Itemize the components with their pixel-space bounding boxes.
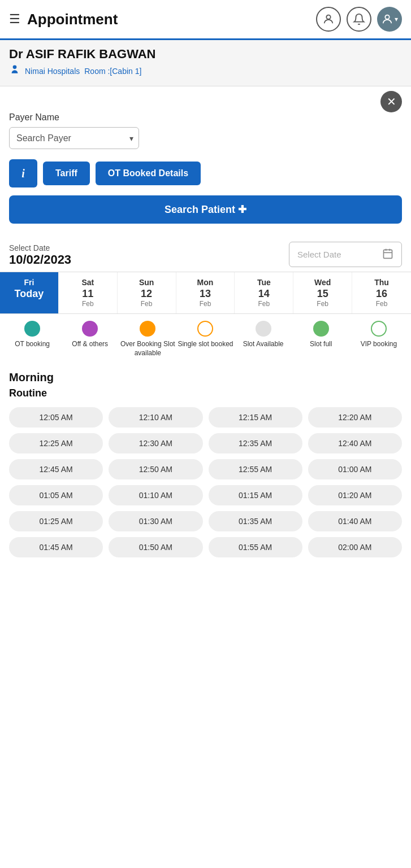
- action-buttons-row: i Tariff OT Booked Details: [9, 159, 402, 187]
- cal-day-month: Feb: [61, 300, 115, 308]
- time-slot-22[interactable]: 01:55 AM: [209, 537, 302, 557]
- time-slot-1[interactable]: 12:10 AM: [109, 407, 202, 428]
- select-date-label: Select Date: [9, 243, 71, 252]
- date-left: Select Date 10/02/2023: [9, 243, 71, 267]
- date-section: Select Date 10/02/2023 Select Date: [0, 233, 411, 272]
- date-picker-placeholder: Select Date: [297, 250, 341, 259]
- legend-item-1: Off & others: [62, 321, 118, 349]
- time-slot-8[interactable]: 12:45 AM: [9, 459, 103, 479]
- time-slot-23[interactable]: 02:00 AM: [308, 537, 402, 557]
- header-icons: ▾: [316, 7, 402, 32]
- legend-dot-6: [371, 321, 387, 337]
- ot-booked-button[interactable]: OT Booked Details: [96, 162, 201, 185]
- cal-day-name: Tue: [237, 278, 291, 287]
- legend-item-5: Slot full: [293, 321, 349, 349]
- close-button[interactable]: ✕: [380, 91, 402, 112]
- user-icon-button[interactable]: [316, 7, 341, 32]
- doctor-icon: [9, 64, 20, 78]
- legend-dot-1: [82, 321, 98, 337]
- time-slot-20[interactable]: 01:45 AM: [9, 537, 103, 557]
- time-slot-6[interactable]: 12:35 AM: [209, 433, 302, 453]
- legend-text-0: OT booking: [15, 340, 50, 349]
- payer-select[interactable]: Search Payer: [9, 127, 139, 149]
- legend-text-3: Single slot booked: [178, 340, 233, 349]
- doctor-details: Nimai Hospitals Room :[Cabin 1]: [9, 64, 402, 78]
- time-slot-13[interactable]: 01:10 AM: [109, 485, 202, 505]
- time-slot-3[interactable]: 12:20 AM: [308, 407, 402, 428]
- legend-text-5: Slot full: [310, 340, 332, 349]
- svg-rect-3: [384, 250, 392, 258]
- morning-section-title: Morning: [0, 364, 411, 386]
- cal-day-name: Thu: [354, 278, 409, 287]
- payer-label: Payer Name: [9, 112, 402, 123]
- payer-select-wrapper: Search Payer ▾: [9, 127, 139, 149]
- time-slot-5[interactable]: 12:30 AM: [109, 433, 202, 453]
- legend-text-1: Off & others: [72, 340, 108, 349]
- routine-section-title: Routine: [0, 386, 411, 402]
- time-slot-21[interactable]: 01:50 AM: [109, 537, 202, 557]
- info-icon: i: [21, 167, 25, 180]
- time-slot-0[interactable]: 12:05 AM: [9, 407, 103, 428]
- legend-item-0: OT booking: [5, 321, 60, 349]
- time-slot-15[interactable]: 01:20 AM: [308, 485, 402, 505]
- legend: OT booking Off & others Over Booking Slo…: [0, 314, 411, 364]
- cal-day-name: Mon: [179, 278, 232, 287]
- hamburger-icon[interactable]: ☰: [9, 12, 20, 27]
- cal-day-month: Feb: [179, 300, 232, 308]
- time-slot-2[interactable]: 12:15 AM: [209, 407, 302, 428]
- time-slot-18[interactable]: 01:35 AM: [209, 511, 302, 531]
- cal-day-name: Sun: [120, 278, 174, 287]
- cal-day-num: 16: [354, 288, 409, 300]
- calendar-day-5[interactable]: Tue 14 Feb: [235, 272, 293, 313]
- legend-text-2: Over Booking Slot available: [120, 340, 175, 357]
- cal-day-month: Feb: [120, 300, 174, 308]
- cal-day-num: 11: [61, 288, 115, 300]
- avatar-dropdown-icon: ▾: [395, 15, 398, 23]
- tariff-button[interactable]: Tariff: [43, 162, 90, 185]
- cal-day-num: 12: [120, 288, 174, 300]
- time-slot-12[interactable]: 01:05 AM: [9, 485, 103, 505]
- cal-day-num: 15: [296, 288, 349, 300]
- legend-item-3: Single slot booked: [178, 321, 233, 349]
- cal-day-month: Feb: [237, 300, 291, 308]
- calendar-day-4[interactable]: Mon 13 Feb: [176, 272, 235, 313]
- calendar-day-7[interactable]: Thu 16 Feb: [352, 272, 411, 313]
- calendar-day-3[interactable]: Sun 12 Feb: [118, 272, 176, 313]
- cal-day-name: Sat: [61, 278, 115, 287]
- legend-dot-0: [24, 321, 40, 337]
- legend-dot-5: [313, 321, 329, 337]
- search-patient-button[interactable]: Search Patient ✚: [9, 195, 402, 224]
- date-picker-input[interactable]: Select Date: [289, 242, 402, 267]
- time-slot-9[interactable]: 12:50 AM: [109, 459, 202, 479]
- cal-day-name: Wed: [296, 278, 349, 287]
- legend-item-2: Over Booking Slot available: [120, 321, 175, 357]
- time-slot-7[interactable]: 12:40 AM: [308, 433, 402, 453]
- time-slot-4[interactable]: 12:25 AM: [9, 433, 103, 453]
- svg-point-0: [326, 15, 330, 19]
- svg-point-1: [385, 15, 389, 19]
- info-button[interactable]: i: [9, 159, 37, 187]
- legend-text-4: Slot Available: [243, 340, 284, 349]
- legend-dot-2: [140, 321, 155, 337]
- calendar-day-1[interactable]: Fri Today: [0, 272, 59, 313]
- time-slot-16[interactable]: 01:25 AM: [9, 511, 103, 531]
- header: ☰ Appointment ▾: [0, 0, 411, 40]
- avatar-button[interactable]: ▾: [377, 7, 402, 32]
- legend-dot-4: [256, 321, 271, 337]
- modal-area: ✕ Payer Name Search Payer ▾ i Tariff OT …: [0, 86, 411, 233]
- time-slot-11[interactable]: 01:00 AM: [308, 459, 402, 479]
- cal-today-label: Today: [2, 288, 56, 300]
- calendar-day-6[interactable]: Wed 15 Feb: [293, 272, 352, 313]
- time-slot-14[interactable]: 01:15 AM: [209, 485, 302, 505]
- legend-item-4: Slot Available: [236, 321, 291, 349]
- hospital-name: Nimai Hospitals: [25, 67, 80, 76]
- cal-day-month: Feb: [296, 300, 349, 308]
- bell-icon-button[interactable]: [347, 7, 371, 32]
- time-slot-19[interactable]: 01:40 AM: [308, 511, 402, 531]
- legend-item-6: VIP booking: [351, 321, 406, 349]
- doctor-info-section: Dr ASIF RAFIK BAGWAN Nimai Hospitals Roo…: [0, 40, 411, 86]
- time-slot-10[interactable]: 12:55 AM: [209, 459, 302, 479]
- current-date: 10/02/2023: [9, 252, 71, 267]
- calendar-day-2[interactable]: Sat 11 Feb: [59, 272, 118, 313]
- time-slot-17[interactable]: 01:30 AM: [109, 511, 202, 531]
